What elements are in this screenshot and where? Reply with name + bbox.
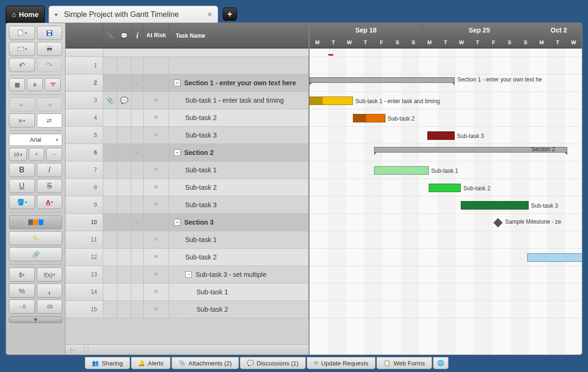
underline-button[interactable]: U bbox=[9, 179, 35, 193]
font-increase-button[interactable]: + bbox=[29, 148, 45, 161]
gantt-row[interactable] bbox=[310, 283, 582, 301]
cell-info[interactable] bbox=[131, 283, 144, 300]
cell-attachment[interactable] bbox=[103, 249, 117, 266]
cell-comment[interactable] bbox=[117, 127, 131, 144]
cell-risk[interactable]: ⚑ bbox=[144, 196, 169, 213]
tab-close-icon[interactable]: × bbox=[205, 10, 213, 19]
cell-risk[interactable]: ⚑ bbox=[144, 92, 169, 109]
cell-risk[interactable]: ⚑ bbox=[144, 301, 169, 318]
gantt-row[interactable] bbox=[310, 266, 582, 283]
grid-row[interactable]: 12⚑Sub-task 2 bbox=[65, 249, 309, 266]
expand-icon[interactable]: − bbox=[174, 219, 180, 226]
cell-info[interactable]: ▪ bbox=[131, 214, 144, 231]
grid-row[interactable]: 15⚑Sub-task 2 bbox=[65, 301, 309, 318]
sharing-tab[interactable]: 👥Sharing bbox=[85, 357, 130, 369]
cell-risk[interactable]: ⚑ bbox=[144, 162, 169, 178]
cell-info[interactable] bbox=[131, 196, 144, 213]
grid-row[interactable]: 11⚑Sub-task 1 bbox=[65, 231, 309, 249]
cell-info[interactable] bbox=[131, 92, 144, 109]
fill-color-button[interactable]: 🪣▾ bbox=[9, 195, 35, 209]
task-bar[interactable]: Sub-task 3 bbox=[427, 131, 455, 140]
cell-attachment[interactable] bbox=[103, 231, 117, 248]
cell-attachment[interactable] bbox=[103, 144, 117, 161]
cell-info[interactable] bbox=[131, 266, 144, 283]
toolbar-expand-button[interactable]: ▼ bbox=[9, 316, 62, 323]
cell-task-name[interactable]: Sub-task 1 bbox=[169, 162, 309, 178]
cell-task-name[interactable]: Sub-task 1 - enter task and timing bbox=[169, 92, 309, 109]
cell-attachment[interactable] bbox=[103, 109, 117, 126]
cell-task-name[interactable]: Sub-task 1 bbox=[169, 283, 309, 300]
alerts-tab[interactable]: 🔔Alerts bbox=[131, 357, 171, 369]
cell-attachment[interactable] bbox=[103, 162, 117, 178]
task-bar[interactable] bbox=[527, 253, 582, 262]
save-button[interactable] bbox=[37, 26, 63, 40]
home-button[interactable]: ⌂ Home bbox=[6, 6, 45, 23]
expand-icon[interactable]: − bbox=[174, 80, 180, 86]
cell-task-name[interactable] bbox=[169, 57, 309, 74]
grid-row[interactable]: 13⚑−Sub-task 3 - set multiple bbox=[65, 266, 309, 283]
cell-risk[interactable] bbox=[144, 74, 169, 91]
grid-row[interactable]: 5⚑Sub-task 3 bbox=[65, 127, 309, 144]
gantt-row[interactable]: Sub-task 1 - enter task and timing bbox=[310, 92, 582, 109]
cell-attachment[interactable] bbox=[103, 74, 117, 91]
grid-row[interactable]: 4⚑Sub-task 2 bbox=[65, 109, 309, 127]
new-tab-button[interactable]: + bbox=[223, 8, 237, 21]
cell-attachment[interactable] bbox=[103, 127, 117, 144]
cell-task-name[interactable]: −Section 3 bbox=[169, 214, 309, 231]
cell-comment[interactable] bbox=[117, 266, 131, 283]
cell-comment[interactable] bbox=[117, 162, 131, 178]
task-bar[interactable]: Sub-task 1 - enter task and timing bbox=[310, 97, 353, 105]
grid-view-button[interactable]: ▦ bbox=[9, 78, 25, 91]
currency-button[interactable]: $▾ bbox=[9, 267, 35, 282]
redo-button[interactable]: ↷ bbox=[37, 58, 63, 72]
cell-risk[interactable]: ⚑ bbox=[144, 249, 169, 266]
discussions-tab[interactable]: 💬Discussions (1) bbox=[240, 357, 306, 369]
gantt-row[interactable]: Sub-task 2 bbox=[310, 179, 582, 196]
scroll-start-icon[interactable]: |← bbox=[70, 347, 77, 353]
cell-risk[interactable]: ⚑ bbox=[144, 109, 169, 126]
grid-row[interactable]: 2▪−Section 1 - enter your own text here bbox=[65, 74, 309, 92]
cell-comment[interactable] bbox=[117, 144, 131, 161]
cell-risk[interactable]: ⚑ bbox=[144, 283, 169, 300]
web-forms-tab[interactable]: 📋Web Forms bbox=[376, 357, 432, 369]
cell-attachment[interactable] bbox=[103, 214, 117, 231]
cell-info[interactable] bbox=[131, 231, 144, 248]
wrap-button[interactable]: ⇄ bbox=[37, 113, 63, 128]
sheet-tab[interactable]: ▾ Simple Project with Gantt Timeline × bbox=[49, 6, 218, 23]
gantt-row[interactable] bbox=[310, 249, 582, 266]
cell-comment[interactable] bbox=[117, 214, 131, 231]
percent-button[interactable]: % bbox=[9, 283, 35, 298]
task-bar[interactable]: Sub-task 2 bbox=[353, 114, 385, 122]
cell-info[interactable] bbox=[131, 301, 144, 318]
gantt-row[interactable]: Section 2 bbox=[310, 144, 582, 162]
grid-row[interactable]: 3📎💬⚑Sub-task 1 - enter task and timing bbox=[65, 92, 309, 109]
cell-info[interactable] bbox=[131, 109, 144, 126]
task-bar[interactable]: Sub-task 3 bbox=[461, 201, 529, 210]
cell-comment[interactable] bbox=[117, 179, 131, 196]
col-comment[interactable]: 💬 bbox=[117, 23, 131, 48]
tab-menu-icon[interactable]: ▾ bbox=[53, 11, 59, 18]
highlight-button[interactable]: ✎ bbox=[9, 231, 62, 245]
conditional-format-button[interactable] bbox=[9, 215, 62, 229]
cell-info[interactable] bbox=[131, 57, 144, 74]
cell-task-name[interactable]: Sub-task 1 bbox=[169, 231, 309, 248]
cell-task-name[interactable]: −Section 2 bbox=[169, 144, 309, 161]
gantt-row[interactable]: Sample Milestone - ze bbox=[310, 214, 582, 231]
expand-icon[interactable]: − bbox=[174, 149, 180, 156]
link-button[interactable]: 🔗 bbox=[9, 247, 62, 261]
cell-comment[interactable] bbox=[117, 57, 131, 74]
italic-button[interactable]: I bbox=[37, 163, 63, 177]
indent-button[interactable]: ⇥ bbox=[37, 97, 63, 112]
cell-attachment[interactable] bbox=[103, 283, 117, 300]
cell-risk[interactable]: ⚑ bbox=[144, 179, 169, 196]
cell-info[interactable] bbox=[131, 249, 144, 266]
cell-info[interactable]: ▪ bbox=[131, 144, 144, 161]
gantt-row[interactable]: Sub-task 3 bbox=[310, 196, 582, 214]
cell-comment[interactable] bbox=[117, 301, 131, 318]
grid-row[interactable]: 8⚑Sub-task 2 bbox=[65, 179, 309, 196]
increase-decimal-button[interactable]: .00 bbox=[37, 299, 63, 314]
cell-risk[interactable] bbox=[144, 57, 169, 74]
formula-button[interactable]: f(x)▾ bbox=[37, 267, 63, 282]
grid-row[interactable]: 14⚑Sub-task 1 bbox=[65, 283, 309, 301]
cell-risk[interactable] bbox=[144, 144, 169, 161]
